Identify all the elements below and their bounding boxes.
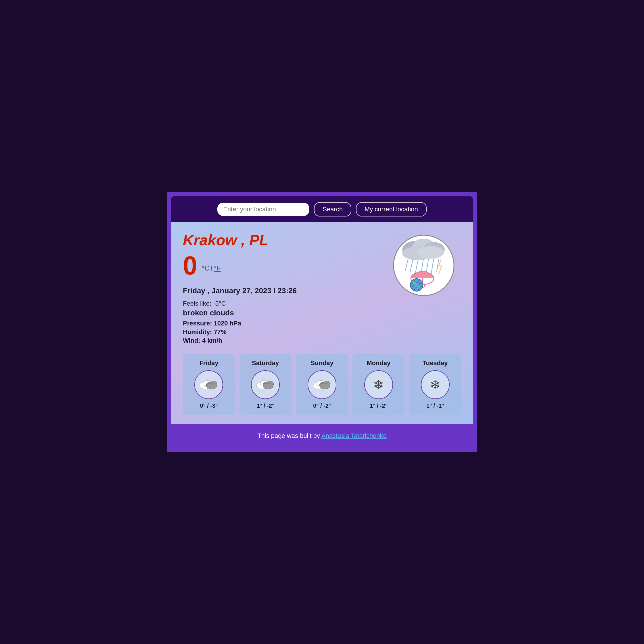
footer-text: This page was built by bbox=[257, 432, 321, 439]
snow-icon-tuesday: ❄ bbox=[430, 377, 440, 392]
forecast-temp-friday: 0° / -3° bbox=[200, 403, 218, 409]
wind: Wind: 4 km/h bbox=[183, 337, 461, 344]
svg-point-19 bbox=[417, 285, 420, 287]
svg-point-34 bbox=[320, 383, 330, 389]
unit-celsius[interactable]: °C bbox=[202, 264, 210, 272]
forecast-temp-tuesday: 1° / -1° bbox=[426, 403, 444, 409]
main-content: Krakow , PL 0 °C I °F Friday , January 2… bbox=[171, 222, 473, 424]
forecast-day-saturday: Saturday bbox=[252, 359, 279, 367]
forecast-icon-saturday bbox=[251, 370, 280, 399]
forecast-day-monday: Monday bbox=[367, 359, 390, 367]
forecast-card-monday: Monday ❄ 1° / -2° bbox=[352, 354, 405, 415]
forecast-card-tuesday: Tuesday ❄ 1° / -1° bbox=[409, 354, 461, 415]
forecast-day-tuesday: Tuesday bbox=[423, 359, 448, 367]
forecast-card-sunday: Sunday 0° / -2° bbox=[296, 354, 348, 415]
forecast-temp-saturday: 1° / -2° bbox=[256, 403, 274, 409]
weather-illustration bbox=[392, 234, 455, 297]
svg-point-15 bbox=[410, 279, 423, 291]
forecast-temp-sunday: 0° / -2° bbox=[313, 403, 331, 409]
forecast-icon-tuesday: ❄ bbox=[421, 370, 450, 399]
author-link[interactable]: Anastasia Tatarichenko bbox=[321, 432, 387, 439]
forecast-temp-monday: 1° / -2° bbox=[370, 403, 388, 409]
location-input[interactable] bbox=[217, 203, 309, 216]
forecast-card-saturday: Saturday 1° / -2° bbox=[239, 354, 292, 415]
app-wrapper: Search My current location Krakow , PL 0… bbox=[167, 192, 477, 452]
temperature-value: 0 bbox=[183, 251, 197, 281]
header: Search My current location bbox=[171, 196, 473, 222]
footer: This page was built by Anastasia Tataric… bbox=[171, 424, 473, 448]
forecast-icon-monday: ❄ bbox=[364, 370, 393, 399]
snow-icon-monday: ❄ bbox=[373, 377, 384, 392]
svg-point-29 bbox=[263, 383, 273, 389]
forecast-day-friday: Friday bbox=[199, 359, 218, 367]
svg-point-24 bbox=[206, 383, 217, 389]
humidity: Humidity: 77% bbox=[183, 328, 461, 336]
unit-separator: I bbox=[211, 264, 213, 272]
current-location-button[interactable]: My current location bbox=[356, 202, 427, 216]
forecast-card-friday: Friday 0° / -3° bbox=[183, 354, 235, 415]
forecast-section: Friday 0° / -3° Saturday bbox=[183, 354, 461, 415]
unit-fahrenheit[interactable]: °F bbox=[214, 264, 221, 272]
temperature-units: °C I °F bbox=[202, 264, 221, 272]
feels-like: Feels like: -5°C bbox=[183, 300, 461, 307]
forecast-day-sunday: Sunday bbox=[311, 359, 333, 367]
svg-point-18 bbox=[413, 282, 417, 285]
svg-point-5 bbox=[418, 246, 444, 259]
pressure: Pressure: 1020 hPa bbox=[183, 320, 461, 327]
search-button[interactable]: Search bbox=[314, 202, 351, 216]
forecast-icon-sunday bbox=[308, 370, 336, 399]
forecast-icon-friday bbox=[194, 370, 223, 399]
weather-description: broken clouds bbox=[183, 308, 461, 317]
